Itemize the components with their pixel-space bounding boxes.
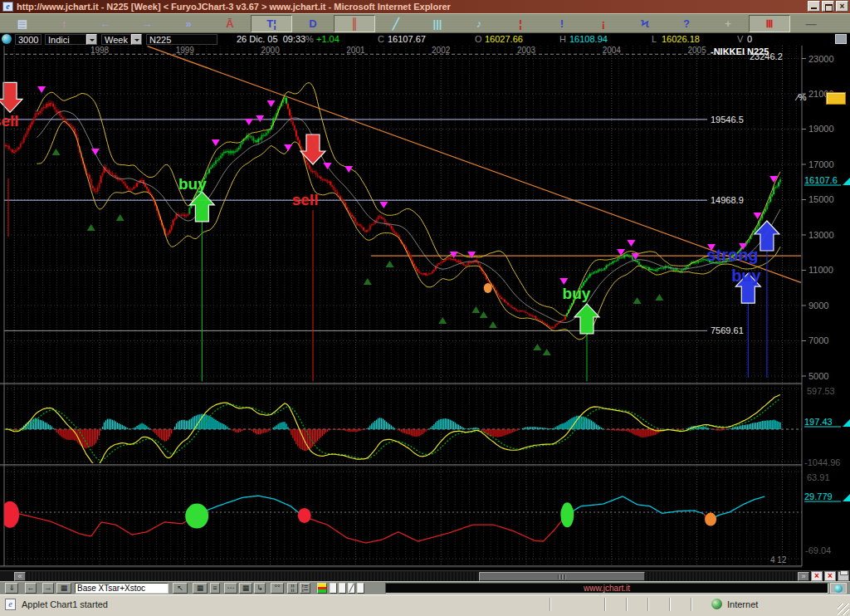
svg-text:buy: buy (178, 175, 207, 193)
scale-up-icon[interactable]: ↑ (43, 15, 85, 32)
text-tool-icon[interactable]: T¦ (251, 15, 292, 32)
svg-text:2003: 2003 (517, 46, 536, 55)
preset-input[interactable] (75, 583, 169, 594)
open-value: 16027.66 (485, 34, 523, 44)
pin-icon[interactable]: ! (541, 15, 583, 32)
svg-text:-1044.96: -1044.96 (804, 457, 840, 467)
image-tool-icon[interactable]: ▦ (193, 583, 208, 594)
chart-canvas: sellbuysellbuystrongbuy19981999200020012… (0, 46, 850, 570)
scroll-right-button[interactable]: » (798, 572, 809, 581)
dots-grid-icon[interactable]: ⋯ (224, 583, 237, 594)
chart-style-icon[interactable] (826, 92, 846, 105)
svg-text:9000: 9000 (808, 301, 828, 310)
low-value: 16026.18 (662, 34, 700, 44)
site-link[interactable]: www.jchart.it (385, 583, 828, 594)
svg-text:63.91: 63.91 (807, 472, 830, 482)
close-prefix: C (378, 34, 384, 44)
datetime-label: 26 Dic. 05 09:33 (237, 34, 305, 44)
web-globe-icon[interactable] (830, 583, 847, 594)
bars-2-icon[interactable]: ¦Ξ (300, 583, 310, 594)
candlestick-icon[interactable]: ║ (334, 15, 375, 32)
close-button[interactable]: × (836, 1, 848, 12)
snapshot-icon[interactable]: ▦ (56, 583, 71, 594)
internet-zone-label: Internet (727, 599, 758, 609)
signal-markers (37, 86, 778, 355)
scatter-icon[interactable]: °° (271, 583, 284, 594)
high-value: 16108.94 (569, 34, 608, 44)
minimize-button[interactable] (808, 1, 820, 12)
title-bar[interactable]: e http://www.jchart.it - N225 [Week] < F… (0, 0, 850, 13)
status-bar: e Applet Chart1 started Internet (0, 594, 850, 616)
level-lines (4, 46, 801, 331)
macd-pane (6, 395, 780, 466)
volume-value: 0 (747, 34, 752, 44)
period-select[interactable]: Week (101, 34, 131, 45)
percent-scale-label[interactable]: ∕% (797, 92, 807, 102)
next-icon[interactable]: → (42, 583, 54, 594)
wrench-icon[interactable]: Ϟ (624, 15, 666, 32)
grid (4, 46, 802, 566)
crosshair-icon[interactable]: + (707, 15, 749, 32)
svg-text:7569.61: 7569.61 (711, 325, 744, 335)
svg-text:16107.6: 16107.6 (804, 175, 838, 185)
page-1-icon[interactable] (330, 583, 337, 594)
time-scrollbar[interactable]: « » × × (0, 570, 850, 581)
close-window-2-icon[interactable]: × (824, 571, 836, 581)
quote-bar: 3000 Indici Week N225 26 Dic. 05 09:33 %… (0, 33, 850, 46)
bars-1-icon[interactable]: ¦¦ (287, 583, 298, 594)
svg-text:19546.5: 19546.5 (711, 115, 744, 125)
document-icon: e (5, 599, 16, 610)
market-select[interactable]: Indici (45, 34, 86, 45)
prev-icon[interactable]: ← (25, 583, 37, 594)
chart-labels: 19981999200020012002200320042005-NIKKEI … (90, 46, 850, 565)
page-2-icon[interactable] (339, 583, 346, 594)
scroll-right-icon[interactable]: → (126, 15, 168, 32)
collapse-icon[interactable]: — (790, 15, 832, 32)
trade-signals: sellbuysellbuystrongbuy (0, 82, 779, 381)
restore-button[interactable] (822, 1, 834, 12)
scrollbar-track[interactable] (28, 572, 797, 581)
arrow-box-icon[interactable]: ↳ (254, 583, 266, 594)
grid-settings-icon[interactable]: Ⅲ (749, 15, 790, 32)
save-icon[interactable]: ⇓ (5, 583, 18, 594)
svg-text:23000: 23000 (808, 54, 834, 64)
bar-chart-icon[interactable]: ||| (417, 15, 458, 32)
line-chart-icon[interactable]: ╱ (375, 15, 417, 32)
symbols-count-field[interactable]: 3000 (15, 34, 42, 45)
open-chart-icon[interactable]: ▤ (2, 15, 43, 32)
svg-text:-69.04: -69.04 (805, 545, 831, 555)
svg-text:buy: buy (731, 266, 761, 285)
close-window-1-icon[interactable]: × (811, 571, 823, 581)
color-stack-icon[interactable] (317, 583, 327, 594)
text-page-icon[interactable]: ≡ (210, 583, 220, 594)
svg-text:sell: sell (292, 191, 319, 208)
marker-icon[interactable]: ¡ (583, 15, 624, 32)
fast-forward-icon[interactable]: » (168, 15, 209, 32)
svg-text:strong: strong (706, 246, 758, 264)
svg-text:17000: 17000 (808, 159, 834, 169)
flag-icon[interactable]: ¦ (500, 15, 541, 32)
auto-scale-icon[interactable]: Ā (209, 15, 251, 32)
printer-icon[interactable] (838, 571, 849, 581)
draw-tool-icon[interactable]: D (292, 15, 334, 32)
resize-grip[interactable] (838, 604, 849, 615)
window-title: http://www.jchart.it - N225 [Week] < Fur… (17, 2, 451, 12)
chart-area[interactable]: sellbuysellbuystrongbuy19981999200020012… (0, 46, 850, 570)
svg-text:2001: 2001 (346, 46, 365, 55)
market-dropdown-icon[interactable] (86, 34, 97, 46)
period-dropdown-icon[interactable] (131, 34, 142, 46)
scroll-left-icon[interactable]: ← (85, 15, 126, 32)
page-4-icon[interactable] (357, 583, 364, 594)
internet-zone-icon (711, 599, 722, 609)
help-icon[interactable]: ? (666, 15, 707, 32)
grid-icon[interactable]: ▦ (239, 583, 252, 594)
svg-text:2004: 2004 (603, 46, 622, 55)
page-3-icon[interactable]: ╱ (348, 583, 355, 594)
symbol-input[interactable]: N225 (146, 34, 217, 45)
layout-button[interactable] (835, 34, 847, 46)
notes-icon[interactable]: ♪ (458, 15, 500, 32)
scrollbar-thumb[interactable] (479, 572, 645, 581)
scroll-left-button[interactable]: « (14, 572, 26, 581)
pointer-tool-icon[interactable]: ↖ (173, 583, 188, 594)
svg-text:197.43: 197.43 (804, 417, 833, 427)
